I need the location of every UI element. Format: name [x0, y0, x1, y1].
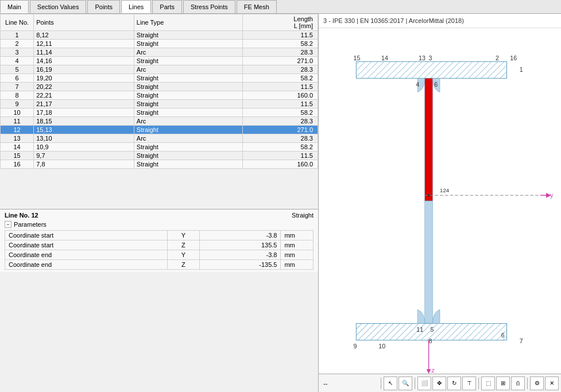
table-row[interactable]: 2 12,11 Straight 58.2: [1, 40, 318, 48]
cell-points: 21,17: [34, 100, 134, 108]
table-row[interactable]: 11 18,15 Arc 28.3: [1, 117, 318, 126]
cell-length: 11.5: [243, 83, 318, 91]
table-row[interactable]: 7 20,22 Straight 11.5: [1, 83, 318, 91]
table-row[interactable]: 3 11,14 Arc 28.3: [1, 48, 318, 57]
toolbar-zoom-btn[interactable]: 🔍: [398, 377, 412, 390]
cell-points: 13,10: [34, 134, 134, 143]
tab-lines[interactable]: Lines: [121, 0, 151, 13]
parameters-header: − Parameters: [5, 221, 314, 228]
param-unit: mm: [281, 260, 314, 270]
cell-lineno: 15: [1, 152, 34, 160]
tab-stress-points[interactable]: Stress Points: [183, 0, 235, 13]
cell-length: 11.5: [243, 152, 318, 160]
cell-length: 11.5: [243, 31, 318, 40]
toolbar-measure-btn[interactable]: ⊤: [462, 377, 476, 390]
toolbar-settings-btn[interactable]: ⚙: [530, 377, 544, 390]
toolbar-sep-2: [415, 378, 415, 389]
cell-length: 28.3: [243, 134, 318, 143]
svg-text:2: 2: [496, 55, 499, 61]
cell-length: 160.0: [243, 91, 318, 100]
cell-linetype: Straight: [134, 91, 242, 100]
svg-text:3: 3: [429, 55, 432, 61]
svg-text:1: 1: [520, 66, 523, 73]
svg-point-28: [428, 194, 430, 196]
cell-linetype: Arc: [134, 48, 242, 57]
table-row[interactable]: 9 21,17 Straight 11.5: [1, 100, 318, 108]
cell-linetype: Arc: [134, 117, 242, 126]
lines-table: Line No. Points Line Type Length L [mm] …: [0, 14, 318, 169]
toolbar-export-btn[interactable]: ⎙: [511, 377, 525, 390]
cell-points: 12,11: [34, 40, 134, 48]
cell-length: 58.2: [243, 74, 318, 83]
right-panel: 3 - IPE 330 | EN 10365:2017 | ArcelorMit…: [319, 14, 561, 392]
toolbar-close-btn[interactable]: ✕: [545, 377, 559, 390]
cell-points: 11,14: [34, 48, 134, 57]
toolbar-pan-btn[interactable]: ✥: [432, 377, 446, 390]
table-row[interactable]: 12 15,13 Straight 271.0: [1, 126, 318, 134]
cell-lineno: 1: [1, 31, 34, 40]
svg-text:16: 16: [510, 55, 517, 61]
param-unit: mm: [281, 231, 314, 240]
cell-length: 11.5: [243, 100, 318, 108]
toolbar-render-btn[interactable]: ⬚: [481, 377, 495, 390]
toolbar-pointer-btn[interactable]: ↖: [384, 377, 397, 390]
toolbar-frame-btn[interactable]: ⬜: [417, 377, 431, 390]
cell-linetype: Straight: [134, 31, 242, 40]
svg-rect-1: [356, 61, 506, 78]
svg-text:6: 6: [501, 332, 505, 339]
param-row: Coordinate end Y -3.8 mm: [5, 250, 314, 260]
cell-lineno: 16: [1, 160, 34, 169]
cell-lineno: 10: [1, 108, 34, 117]
cell-length: 28.3: [243, 48, 318, 57]
table-row[interactable]: 4 14,16 Straight 271.0: [1, 57, 318, 65]
canvas-area[interactable]: 15 14 13 3 2 16 1 4 6 9 10 11 5 6 7: [319, 28, 561, 374]
cell-points: 18,15: [34, 117, 134, 126]
toolbar-sep-3: [478, 378, 479, 389]
toolbar-status: --: [321, 380, 378, 387]
line-info: Line No. 12 Straight: [5, 212, 314, 219]
param-name: Coordinate start: [5, 240, 168, 250]
cell-lineno: 12: [1, 126, 34, 134]
tab-main[interactable]: Main: [0, 0, 29, 13]
svg-text:4: 4: [416, 81, 419, 88]
collapse-parameters-btn[interactable]: −: [5, 221, 11, 228]
cell-length: 28.3: [243, 65, 318, 74]
cell-lineno: 13: [1, 134, 34, 143]
svg-text:9: 9: [354, 343, 357, 350]
param-axis: Y: [167, 250, 200, 260]
table-row[interactable]: 15 9,7 Straight 11.5: [1, 152, 318, 160]
svg-text:13: 13: [419, 55, 425, 61]
svg-rect-3: [425, 201, 433, 324]
param-name: Coordinate end: [5, 250, 168, 260]
cell-linetype: Straight: [134, 126, 242, 134]
cell-lineno: 4: [1, 57, 34, 65]
cell-lineno: 3: [1, 48, 34, 57]
table-row[interactable]: 16 7,8 Straight 160.0: [1, 160, 318, 169]
toolbar-rotate-btn[interactable]: ↻: [447, 377, 461, 390]
cell-points: 16,19: [34, 65, 134, 74]
table-row[interactable]: 8 22,21 Straight 160.0: [1, 91, 318, 100]
param-row: Coordinate start Z 135.5 mm: [5, 240, 314, 250]
cell-points: 8,12: [34, 31, 134, 40]
table-row[interactable]: 14 10,9 Straight 58.2: [1, 143, 318, 152]
tab-fe-mesh[interactable]: FE Mesh: [237, 0, 277, 13]
cell-length: 58.2: [243, 108, 318, 117]
svg-text:y: y: [550, 192, 554, 199]
tab-points[interactable]: Points: [87, 0, 120, 13]
cell-points: 20,22: [34, 83, 134, 91]
tab-parts[interactable]: Parts: [152, 0, 182, 13]
svg-text:124: 124: [440, 187, 450, 193]
table-row[interactable]: 6 19,20 Straight 58.2: [1, 74, 318, 83]
svg-text:10: 10: [378, 343, 385, 350]
param-unit: mm: [281, 250, 314, 260]
cell-points: 7,8: [34, 160, 134, 169]
tab-section-values[interactable]: Section Values: [30, 0, 87, 13]
table-row[interactable]: 5 16,19 Arc 28.3: [1, 65, 318, 74]
table-row[interactable]: 13 13,10 Arc 28.3: [1, 134, 318, 143]
table-row[interactable]: 1 8,12 Straight 11.5: [1, 31, 318, 40]
section-title: 3 - IPE 330 | EN 10365:2017 | ArcelorMit…: [319, 14, 561, 28]
toolbar-grid-btn[interactable]: ⊞: [496, 377, 510, 390]
cell-points: 22,21: [34, 91, 134, 100]
param-axis: Z: [167, 260, 200, 270]
table-row[interactable]: 10 17,18 Straight 58.2: [1, 108, 318, 117]
